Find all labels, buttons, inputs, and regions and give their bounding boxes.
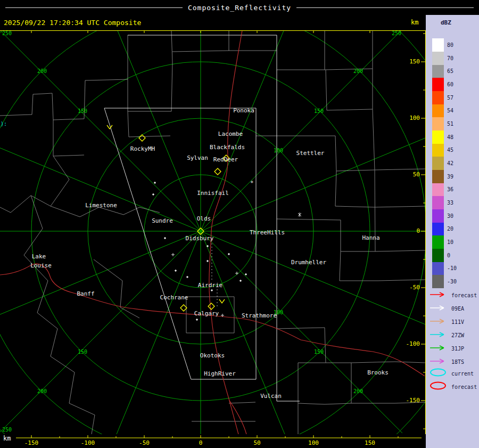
colorbar-swatch (432, 170, 444, 183)
range-label: 250 (2, 427, 12, 433)
storm-cell-arrow-icon (429, 304, 449, 314)
city-label: Ponoka (233, 107, 254, 114)
colorbar-swatch (432, 223, 444, 235)
legend-item: 31JP (429, 344, 464, 353)
colorbar-value: 57 (447, 91, 453, 104)
city-label: Limestone (85, 202, 117, 209)
city-label: Calgary (194, 310, 219, 317)
colorbar-value: 65 (447, 65, 453, 78)
storm-cell-arrow-icon (429, 330, 449, 340)
y-axis-label: -50 (401, 284, 420, 291)
city-label: Banff (77, 290, 94, 297)
colorbar-segment: 30 (432, 209, 453, 223)
legend-item: forecast (429, 290, 477, 300)
window-title: Composite_Reflectivity (188, 4, 291, 12)
colorbar-segment: 33 (432, 196, 453, 209)
legend-label: 27ZW (451, 332, 464, 338)
city-label: Innisfail (197, 190, 229, 197)
colorbar-value: 33 (447, 196, 453, 209)
city-label: Stettler (296, 150, 325, 157)
colorbar-segment: 80 (432, 38, 453, 52)
colorbar-swatch (432, 38, 444, 52)
legend-label: forecast (451, 292, 477, 298)
colorbar-swatch (432, 144, 444, 157)
legend-label: 111V (451, 319, 464, 325)
scale-title: dBZ (441, 19, 451, 26)
city-label: Lake (32, 253, 46, 260)
colorbar-segment: -30 (432, 275, 457, 288)
city-label: Hanna (362, 234, 379, 241)
colorbar-value: 36 (447, 183, 453, 196)
legend-label: 18TS (451, 359, 464, 365)
colorbar-value: 39 (447, 170, 453, 183)
title-bar: Composite_Reflectivity (0, 0, 479, 15)
city-label: Sylvan (187, 154, 208, 161)
city-label: Drumheller (291, 259, 326, 266)
city-label: RedDeer (213, 156, 238, 163)
legend-item: forecast (429, 382, 477, 392)
axis-unit-bottom: km (3, 435, 11, 442)
legend-item: 27ZW (429, 330, 464, 340)
colorbar-value: -30 (447, 275, 457, 288)
colorbar-value: 51 (447, 117, 453, 131)
colorbar-value: -10 (447, 262, 457, 275)
colorbar-swatch (432, 52, 444, 65)
x-axis-label: 50 (253, 439, 260, 446)
colorbar-value: 10 (447, 235, 453, 249)
timestamp: 2025/09/22 17:20:34 UTC Composite (4, 15, 141, 30)
colorbar-segment: -10 (432, 262, 457, 275)
colorbar-swatch (432, 196, 444, 209)
colorbar-segment: 54 (432, 104, 453, 117)
city-label: Blackfalds (210, 144, 245, 151)
range-label: 150 (78, 108, 87, 114)
range-label: 150 (314, 108, 324, 114)
colorbar-segment: 70 (432, 52, 453, 65)
colorbar-segment: 0 (432, 249, 450, 262)
colorbar-value: 48 (447, 131, 453, 144)
storm-cell-arrow-icon (429, 317, 449, 327)
colorbar-segment: 65 (432, 65, 453, 78)
colorbar-swatch (432, 262, 444, 275)
storm-cell-arrow-icon (429, 357, 449, 367)
y-axis-label: 100 (401, 115, 420, 121)
city-label: Brooks (367, 369, 389, 376)
colorbar-swatch (432, 157, 444, 170)
range-label: 200 (37, 68, 47, 74)
city-label: RockyMH (130, 145, 155, 152)
range-label: 100 (274, 148, 283, 153)
legend-label: current (451, 371, 474, 377)
x-axis-label: -150 (24, 439, 39, 446)
y-axis-label: 0 (401, 227, 420, 234)
colorbar-swatch (432, 249, 444, 262)
colorbar-value: 42 (447, 157, 453, 170)
range-label: 200 (37, 388, 47, 394)
bottom-scale-bar: km -150 -100 -50 0 50 100 150 (0, 434, 426, 448)
x-axis-label: 100 (308, 439, 319, 446)
colorbar-value: 45 (447, 144, 453, 157)
colorbar-swatch (432, 65, 444, 78)
colorbar-value: 0 (447, 249, 450, 262)
x-axis-label: 0 (199, 439, 203, 446)
colorbar-swatch (432, 209, 444, 223)
x-axis-label: -50 (139, 439, 150, 446)
y-axis-label: -150 (401, 397, 420, 404)
radar-map-canvas[interactable]: * 250 200 (0, 30, 426, 434)
colorbar-swatch (432, 275, 444, 288)
legend-item: 09EA (429, 304, 464, 313)
title-rule-left (5, 7, 183, 8)
colorbar-segment: 48 (432, 131, 453, 144)
colorbar-value: 30 (447, 209, 453, 223)
colorbar-segment: 51 (432, 117, 453, 131)
axis-unit-top: km (411, 15, 418, 30)
range-label: 250 (392, 30, 401, 36)
city-label: Louise (30, 262, 52, 269)
range-label: 150 (78, 349, 87, 355)
colorbar-segment: 36 (432, 183, 453, 196)
svg-text:*: * (250, 180, 254, 186)
legend-sidebar: dBZ 80 70 65 60 57 54 51 48 45 42 39 36 … (426, 15, 479, 448)
colorbar-value: 54 (447, 104, 453, 117)
y-axis-label: 150 (401, 58, 420, 65)
city-label: Okotoks (200, 352, 225, 359)
forecast-cell-ellipse-icon (429, 381, 449, 393)
legend-item: 18TS (429, 357, 464, 366)
